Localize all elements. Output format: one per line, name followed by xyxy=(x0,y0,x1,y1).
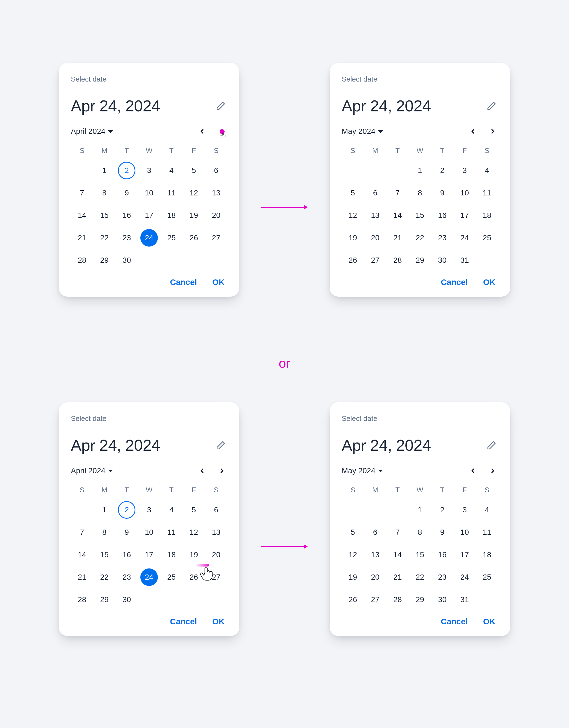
calendar-day[interactable]: 18 xyxy=(160,545,183,564)
calendar-grid[interactable]: SMTWTFS123456789101112131415161718192021… xyxy=(71,483,227,609)
calendar-day[interactable]: 16 xyxy=(431,206,453,225)
calendar-day[interactable]: 29 xyxy=(93,251,116,270)
calendar-day[interactable]: 12 xyxy=(183,523,205,542)
calendar-day[interactable]: 16 xyxy=(431,545,453,564)
calendar-day[interactable]: 10 xyxy=(453,183,476,203)
calendar-day[interactable]: 22 xyxy=(409,228,431,247)
calendar-day[interactable]: 7 xyxy=(71,523,93,542)
calendar-day[interactable]: 11 xyxy=(160,183,183,203)
calendar-day[interactable]: 3 xyxy=(453,161,476,180)
calendar-day[interactable]: 29 xyxy=(93,590,116,609)
calendar-day[interactable]: 13 xyxy=(364,545,386,564)
calendar-day[interactable]: 22 xyxy=(93,568,116,587)
calendar-day[interactable]: 22 xyxy=(93,228,116,247)
calendar-day[interactable]: 5 xyxy=(342,523,364,542)
pencil-icon[interactable] xyxy=(214,439,227,452)
calendar-day[interactable]: 7 xyxy=(71,183,93,203)
calendar-day[interactable]: 20 xyxy=(205,545,227,564)
calendar-day[interactable]: 26 xyxy=(342,590,364,609)
calendar-day[interactable]: 5 xyxy=(183,161,205,180)
calendar-day[interactable]: 18 xyxy=(160,206,183,225)
calendar-day[interactable]: 23 xyxy=(116,228,138,247)
calendar-day[interactable]: 22 xyxy=(409,568,431,587)
next-month-button[interactable] xyxy=(217,465,227,476)
calendar-day[interactable]: 7 xyxy=(386,183,409,203)
calendar-day[interactable]: 2 xyxy=(431,161,453,180)
calendar-day[interactable]: 11 xyxy=(476,183,498,203)
calendar-day[interactable]: 2 xyxy=(116,500,138,519)
calendar-day[interactable]: 4 xyxy=(160,500,183,519)
calendar-day[interactable]: 30 xyxy=(431,251,453,270)
cancel-button[interactable]: Cancel xyxy=(441,617,468,626)
calendar-day[interactable]: 21 xyxy=(386,228,409,247)
pencil-icon[interactable] xyxy=(485,439,498,452)
next-month-button[interactable] xyxy=(487,126,498,137)
calendar-day[interactable]: 21 xyxy=(386,568,409,587)
calendar-day[interactable]: 17 xyxy=(138,206,160,225)
calendar-day[interactable]: 27 xyxy=(205,568,227,587)
calendar-day[interactable]: 19 xyxy=(342,568,364,587)
calendar-day[interactable]: 26 xyxy=(183,568,205,587)
calendar-day[interactable]: 6 xyxy=(205,161,227,180)
calendar-day[interactable]: 17 xyxy=(453,206,476,225)
calendar-day[interactable]: 26 xyxy=(183,228,205,247)
calendar-day[interactable]: 24 xyxy=(138,568,160,587)
cancel-button[interactable]: Cancel xyxy=(441,278,468,287)
calendar-day[interactable]: 17 xyxy=(138,545,160,564)
calendar-day[interactable]: 21 xyxy=(71,228,93,247)
calendar-day[interactable]: 23 xyxy=(431,568,453,587)
ok-button[interactable]: OK xyxy=(483,617,495,626)
calendar-day[interactable]: 29 xyxy=(409,590,431,609)
pencil-icon[interactable] xyxy=(485,99,498,112)
calendar-day[interactable]: 9 xyxy=(431,523,453,542)
cancel-button[interactable]: Cancel xyxy=(170,278,197,287)
calendar-day[interactable]: 12 xyxy=(342,206,364,225)
month-year-dropdown[interactable]: May 2024 xyxy=(342,466,383,475)
month-year-dropdown[interactable]: April 2024 xyxy=(71,127,113,136)
calendar-day[interactable]: 19 xyxy=(183,545,205,564)
calendar-day[interactable]: 5 xyxy=(183,500,205,519)
calendar-day[interactable]: 11 xyxy=(476,523,498,542)
calendar-day[interactable]: 20 xyxy=(364,568,386,587)
calendar-day[interactable]: 18 xyxy=(476,206,498,225)
calendar-day[interactable]: 25 xyxy=(476,228,498,247)
calendar-day[interactable]: 28 xyxy=(71,590,93,609)
calendar-day[interactable]: 14 xyxy=(386,206,409,225)
next-month-button[interactable] xyxy=(487,465,498,476)
calendar-day[interactable]: 24 xyxy=(138,228,160,247)
prev-month-button[interactable] xyxy=(197,465,208,476)
calendar-day[interactable]: 5 xyxy=(342,183,364,203)
calendar-day[interactable]: 3 xyxy=(138,500,160,519)
calendar-day[interactable]: 25 xyxy=(160,228,183,247)
calendar-day[interactable]: 30 xyxy=(116,251,138,270)
calendar-day[interactable]: 15 xyxy=(409,545,431,564)
ok-button[interactable]: OK xyxy=(212,617,225,626)
calendar-day[interactable]: 8 xyxy=(409,523,431,542)
prev-month-button[interactable] xyxy=(197,126,208,137)
calendar-day[interactable]: 23 xyxy=(431,228,453,247)
calendar-day[interactable]: 19 xyxy=(342,228,364,247)
calendar-day[interactable]: 27 xyxy=(205,228,227,247)
calendar-day[interactable]: 4 xyxy=(476,161,498,180)
calendar-day[interactable]: 30 xyxy=(116,590,138,609)
calendar-day[interactable]: 25 xyxy=(160,568,183,587)
calendar-day[interactable]: 9 xyxy=(116,183,138,203)
calendar-day[interactable]: 6 xyxy=(364,183,386,203)
calendar-day[interactable]: 10 xyxy=(453,523,476,542)
calendar-day[interactable]: 15 xyxy=(93,545,116,564)
calendar-day[interactable]: 31 xyxy=(453,251,476,270)
calendar-day[interactable]: 29 xyxy=(409,251,431,270)
calendar-grid[interactable]: SMTWTFS123456789101112131415161718192021… xyxy=(71,143,227,270)
calendar-day[interactable]: 13 xyxy=(205,523,227,542)
calendar-day[interactable]: 27 xyxy=(364,590,386,609)
calendar-day[interactable]: 12 xyxy=(342,545,364,564)
calendar-day[interactable]: 23 xyxy=(116,568,138,587)
calendar-day[interactable]: 31 xyxy=(453,590,476,609)
calendar-day[interactable]: 9 xyxy=(431,183,453,203)
calendar-day[interactable]: 8 xyxy=(409,183,431,203)
calendar-day[interactable]: 4 xyxy=(476,500,498,519)
calendar-day[interactable]: 20 xyxy=(205,206,227,225)
calendar-day[interactable]: 21 xyxy=(71,568,93,587)
calendar-day[interactable]: 3 xyxy=(453,500,476,519)
calendar-day[interactable]: 2 xyxy=(116,161,138,180)
